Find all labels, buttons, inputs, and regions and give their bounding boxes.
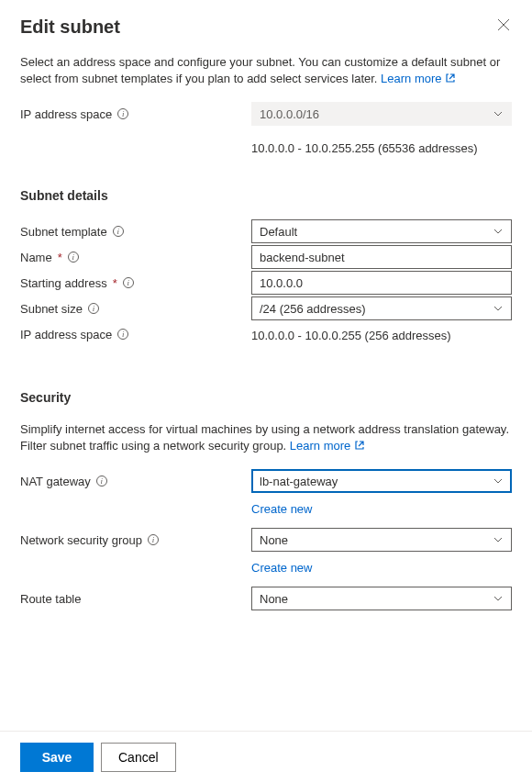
nsg-label: Network security group: [20, 533, 142, 547]
name-label: Name: [20, 251, 52, 264]
ip-space-helper: 10.0.0.0 - 10.0.255.255 (65536 addresses…: [251, 141, 512, 155]
external-link-icon: [445, 72, 456, 88]
info-icon[interactable]: i: [113, 226, 124, 237]
info-icon[interactable]: i: [117, 329, 128, 340]
info-icon[interactable]: i: [148, 534, 159, 545]
name-input[interactable]: backend-subnet: [251, 245, 512, 269]
chevron-down-icon: [493, 304, 504, 314]
route-table-label: Route table: [20, 592, 82, 606]
subnet-template-label: Subnet template: [20, 225, 107, 239]
nat-gateway-value: lb-nat-gateway: [260, 475, 338, 488]
intro-learn-more-link[interactable]: Learn more: [381, 72, 456, 85]
required-asterisk: *: [113, 276, 117, 290]
cancel-button[interactable]: Cancel: [101, 743, 176, 772]
info-icon[interactable]: i: [96, 475, 107, 487]
info-icon[interactable]: i: [117, 108, 128, 119]
save-button[interactable]: Save: [20, 743, 94, 772]
info-icon[interactable]: i: [123, 277, 134, 288]
ip-space-label: IP address space: [20, 107, 112, 121]
subnet-size-value: /24 (256 addresses): [260, 302, 366, 316]
ip-space-result-label: IP address space: [20, 328, 112, 341]
ip-space-value: 10.0.0.0/16: [260, 107, 319, 121]
close-icon[interactable]: [495, 17, 512, 37]
route-table-value: None: [260, 592, 288, 606]
footer: Save Cancel: [0, 731, 532, 783]
security-learn-more-link[interactable]: Learn more: [290, 439, 365, 453]
nat-gateway-select[interactable]: lb-nat-gateway: [251, 469, 512, 493]
chevron-down-icon: [493, 109, 504, 119]
nat-create-new-link[interactable]: Create new: [251, 502, 312, 516]
starting-address-value: 10.0.0.0: [260, 276, 303, 290]
starting-address-label: Starting address: [20, 276, 107, 290]
subnet-size-select[interactable]: /24 (256 addresses): [251, 296, 512, 320]
security-heading: Security: [20, 390, 512, 405]
ip-space-select[interactable]: 10.0.0.0/16: [251, 102, 512, 126]
nsg-create-new-link[interactable]: Create new: [251, 561, 312, 575]
security-desc: Simplify internet access for virtual mac…: [20, 421, 512, 454]
ip-space-result-value: 10.0.0.0 - 10.0.0.255 (256 addresses): [251, 329, 512, 342]
subnet-details-heading: Subnet details: [20, 188, 512, 203]
nat-gateway-label: NAT gateway: [20, 475, 91, 488]
chevron-down-icon: [493, 594, 504, 604]
starting-address-input[interactable]: 10.0.0.0: [251, 271, 512, 295]
name-value: backend-subnet: [260, 251, 345, 264]
external-link-icon: [354, 439, 365, 455]
subnet-size-label: Subnet size: [20, 302, 83, 316]
chevron-down-icon: [493, 227, 504, 237]
intro-text: Select an address space and configure yo…: [20, 54, 512, 87]
required-asterisk: *: [58, 251, 62, 264]
subnet-template-value: Default: [260, 225, 297, 239]
info-icon[interactable]: i: [88, 303, 99, 314]
subnet-template-select[interactable]: Default: [251, 219, 512, 243]
page-title: Edit subnet: [20, 17, 120, 38]
route-table-select[interactable]: None: [251, 587, 512, 610]
chevron-down-icon: [493, 535, 504, 545]
info-icon[interactable]: i: [68, 252, 79, 263]
chevron-down-icon: [493, 476, 504, 487]
security-body: Simplify internet access for virtual mac…: [20, 422, 509, 453]
nsg-select[interactable]: None: [251, 528, 512, 552]
nsg-value: None: [260, 533, 288, 547]
